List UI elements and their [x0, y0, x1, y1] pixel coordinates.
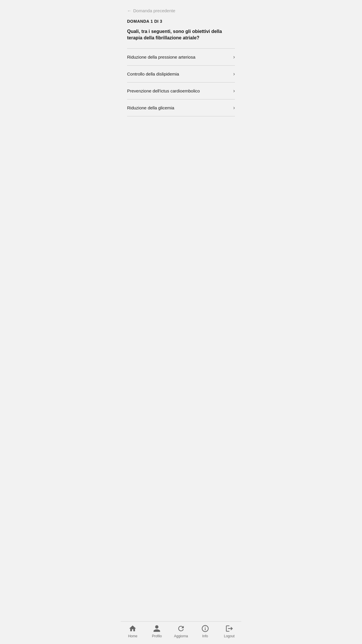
tab-logout[interactable]: Logout: [217, 624, 241, 638]
chevron-right-icon: ›: [233, 88, 235, 94]
main-content: ← Domanda precedente DOMANDA 1 DI 3 Qual…: [121, 0, 241, 644]
tab-profilo-label: Profilo: [152, 634, 162, 638]
tab-aggiorna[interactable]: Aggiorna: [169, 624, 193, 638]
answer-text: Riduzione della glicemia: [127, 105, 230, 111]
tab-aggiorna-label: Aggiorna: [174, 634, 188, 638]
home-icon: [129, 624, 137, 633]
profilo-icon: [153, 624, 161, 633]
answer-item[interactable]: Controllo della dislipidemia›: [127, 65, 235, 82]
tab-bar: Home Profilo Aggiorna Info: [121, 621, 241, 644]
chevron-right-icon: ›: [233, 54, 235, 60]
tab-info-label: Info: [202, 634, 208, 638]
back-navigation[interactable]: ← Domanda precedente: [121, 0, 241, 19]
question-counter: DOMANDA 1 DI 3: [127, 19, 235, 24]
answer-text: Controllo della dislipidemia: [127, 71, 230, 77]
tab-logout-label: Logout: [224, 634, 235, 638]
info-icon: [201, 624, 209, 633]
answer-text: Riduzione della pressione arteriosa: [127, 54, 230, 60]
chevron-right-icon: ›: [233, 71, 235, 77]
question-section: DOMANDA 1 DI 3 Quali, tra i seguenti, so…: [121, 19, 241, 116]
answers-list: Riduzione della pressione arteriosa›Cont…: [127, 48, 235, 116]
tab-profilo[interactable]: Profilo: [145, 624, 169, 638]
answer-item[interactable]: Riduzione della glicemia›: [127, 99, 235, 116]
chevron-right-icon: ›: [233, 105, 235, 111]
logout-icon: [225, 624, 233, 633]
back-label: Domanda precedente: [133, 8, 175, 13]
tab-home[interactable]: Home: [121, 624, 145, 638]
back-arrow-icon: ←: [127, 8, 131, 13]
tab-home-label: Home: [128, 634, 137, 638]
answer-text: Prevenzione dell'ictus cardioembolico: [127, 88, 230, 94]
answer-item[interactable]: Riduzione della pressione arteriosa›: [127, 48, 235, 65]
answer-item[interactable]: Prevenzione dell'ictus cardioembolico›: [127, 82, 235, 99]
tab-info[interactable]: Info: [193, 624, 217, 638]
question-text: Quali, tra i seguenti, sono gli obiettiv…: [127, 28, 235, 41]
aggiorna-icon: [177, 624, 185, 633]
